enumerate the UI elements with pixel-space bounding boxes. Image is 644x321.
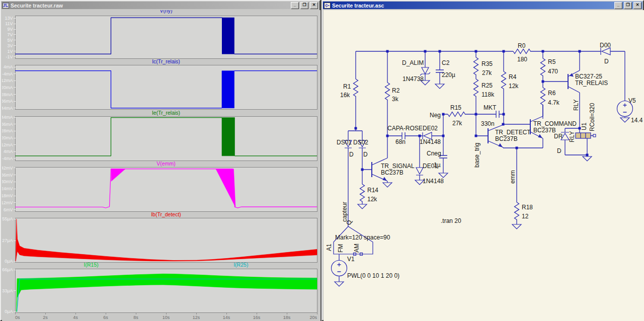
- y-tick-label: 13V: [5, 16, 13, 21]
- cneg-name-label: Cneg: [427, 150, 441, 157]
- tran-directive-label: .tran 20: [441, 217, 461, 224]
- y-tick-label: 36mA: [2, 122, 13, 127]
- schematic-titlebar[interactable]: Securite tracteur.asc _ ❐ ✕: [323, 2, 642, 9]
- pane-title: Ib(Tr_detect): [151, 211, 181, 217]
- mkt-name-label: MKT: [484, 104, 497, 111]
- x-tick-label: 10s: [163, 315, 170, 320]
- net-base-trig-label: base_trig: [473, 143, 480, 168]
- y-tick-label: 11V: [5, 21, 13, 26]
- a1-pin-am-label: AM: [353, 244, 360, 253]
- c2-name-label: C2: [442, 59, 450, 66]
- waveform-close-button[interactable]: ✕: [310, 2, 318, 9]
- waveform-window-icon: [3, 3, 9, 9]
- plot-pane-5[interactable]: 55µA27µA0µAIb(Tr_detect): [2, 211, 317, 264]
- capa-rose-name-label: CAPA-ROSE: [387, 125, 423, 132]
- y-tick-label: -20mA: [2, 85, 13, 90]
- net-rly-label-2: RLY: [569, 131, 576, 142]
- r18-value-label: 12: [522, 213, 529, 220]
- tr-relais-name-label: BC327-25: [575, 73, 602, 80]
- net-emm-label: emm: [509, 170, 516, 184]
- r15-value-label: 27k: [452, 120, 462, 127]
- schematic-minimize-button[interactable]: _: [614, 2, 622, 9]
- r2-name-label: R2: [392, 87, 400, 94]
- v1-name-label: V1: [347, 256, 355, 263]
- y-tick-label: 28mA: [2, 128, 13, 133]
- tr-command-name-label: TR_COMMAND: [533, 120, 577, 127]
- x-tick-label: 4s: [73, 315, 78, 320]
- waveform-minimize-button[interactable]: _: [291, 2, 299, 9]
- schematic-window-title: Securite tracteur.asc: [332, 3, 613, 9]
- v5-value-label: 14.4: [631, 117, 643, 124]
- y-tick-label: 1V: [7, 49, 13, 54]
- plot-pane-1[interactable]: 13V11V9V7V5V3V1V-1VV(rly): [5, 10, 317, 59]
- pane-title: I(R25): [233, 262, 248, 268]
- y-tick-label: 18mV: [2, 193, 13, 198]
- r5-value-label: 470: [548, 68, 558, 75]
- schematic-window: Securite tracteur.asc _ ❐ ✕: [321, 0, 644, 321]
- r1-value-label: 16k: [340, 92, 350, 99]
- tr-detect-value-label: BC237B: [495, 135, 518, 142]
- y-tick-label: 4mA: [4, 64, 13, 69]
- net-neg-label: Neg: [430, 112, 441, 119]
- de02-value-label: 1N4148: [420, 138, 441, 145]
- waveform-window: Securite tracteur.raw _ ❐ ✕ 13V11V9V7V5V…: [0, 0, 320, 321]
- y-tick-label: 42mV: [2, 166, 13, 171]
- r25-name-label: R25: [481, 82, 493, 89]
- ground-symbols: [335, 81, 629, 286]
- y-tick-label: 12mV: [2, 200, 13, 205]
- pane-title: V(rly): [159, 10, 172, 14]
- v5-name-label: V5: [628, 97, 636, 104]
- waveform-titlebar[interactable]: Securite tracteur.raw _ ❐ ✕: [2, 2, 319, 9]
- y-tick-label: 12mA: [2, 142, 13, 147]
- waveform-maximize-button[interactable]: ❐: [300, 2, 308, 9]
- waveform-plot-area[interactable]: 13V11V9V7V5V3V1V-1VV(rly)4mA-4mA-12mA-20…: [2, 10, 320, 321]
- c2-value-label: 220µ: [442, 71, 455, 78]
- r15-name-label: R15: [450, 104, 461, 111]
- schematic-close-button[interactable]: ✕: [633, 2, 641, 9]
- y-tick-label: 30mV: [2, 179, 13, 184]
- de01-value-label: 1N4148: [423, 178, 444, 185]
- pane-title: Ie(Tr_relais): [152, 110, 180, 116]
- x-tick-label: 14s: [223, 315, 230, 320]
- x-tick-label: 18s: [283, 315, 291, 320]
- y-tick-label: -28mA: [2, 92, 13, 97]
- plot-pane-6[interactable]: 66µA33µA0µAI(R15)I(R25): [2, 262, 317, 314]
- plot-pane-2[interactable]: 4mA-4mA-12mA-20mA-28mA-36mA-44mAIc(Tr_re…: [2, 58, 317, 111]
- v1-value-label: PWL(0 0 10 1 20 0): [347, 272, 399, 279]
- r35-name-label: R35: [481, 60, 493, 67]
- schematic-canvas-area[interactable]: R0 180 R1 16k R2 3k D_ALIM 1N4738 C2 220…: [324, 10, 644, 321]
- y-tick-label: -12mA: [2, 78, 13, 83]
- ds01-value-label: D: [349, 151, 354, 158]
- y-tick-label: -4mA: [2, 71, 13, 76]
- tr-relais-value-label: TR_RELAIS: [575, 79, 608, 87]
- pane-title: I(R15): [84, 262, 99, 268]
- tr-signal-name-label: TR_SIGNAL: [381, 163, 415, 170]
- schematic-canvas[interactable]: R0 180 R1 16k R2 3k D_ALIM 1N4738 C2 220…: [324, 10, 644, 321]
- y-tick-label: 24mV: [2, 186, 13, 191]
- r4-value-label: 12k: [509, 83, 519, 90]
- plot-pane-4[interactable]: 42mV36mV30mV24mV18mV12mV6mVV(emm): [2, 160, 317, 212]
- plot-pane-3[interactable]: 44mA36mA28mA20mA12mA4mA-4mAIe(Tr_relais): [2, 110, 317, 161]
- schematic-maximize-button[interactable]: ❐: [624, 2, 632, 9]
- time-axis: 0s2s4s6s8s10s12s14s16s18s20s: [15, 312, 317, 320]
- r2-value-label: 3k: [392, 96, 399, 103]
- d00-value-label: D: [604, 58, 609, 65]
- y-tick-label: 0µA: [5, 259, 13, 264]
- r5-name-label: R5: [548, 58, 556, 65]
- r1-name-label: R1: [343, 83, 351, 90]
- r0-name-label: R0: [518, 42, 526, 49]
- y-tick-label: 3V: [7, 43, 13, 48]
- net-rly-label-1: RLY: [573, 100, 580, 111]
- x-tick-label: 8s: [133, 315, 138, 320]
- waveform-window-title: Securite tracteur.raw: [11, 3, 289, 9]
- y-tick-label: 36mV: [2, 173, 13, 178]
- a1-pin-fm-label: FM: [337, 244, 344, 253]
- y-tick-label: 44mA: [2, 115, 13, 120]
- y-tick-label: -4mA: [2, 156, 13, 161]
- y-tick-label: -1V: [6, 54, 13, 59]
- x-tick-label: 12s: [193, 315, 200, 320]
- y-tick-label: 5V: [7, 38, 13, 43]
- r14-value-label: 12k: [367, 196, 377, 203]
- r0-value-label: 180: [517, 56, 527, 63]
- waveform-panes-canvas[interactable]: 13V11V9V7V5V3V1V-1VV(rly)4mA-4mA-12mA-20…: [2, 10, 320, 321]
